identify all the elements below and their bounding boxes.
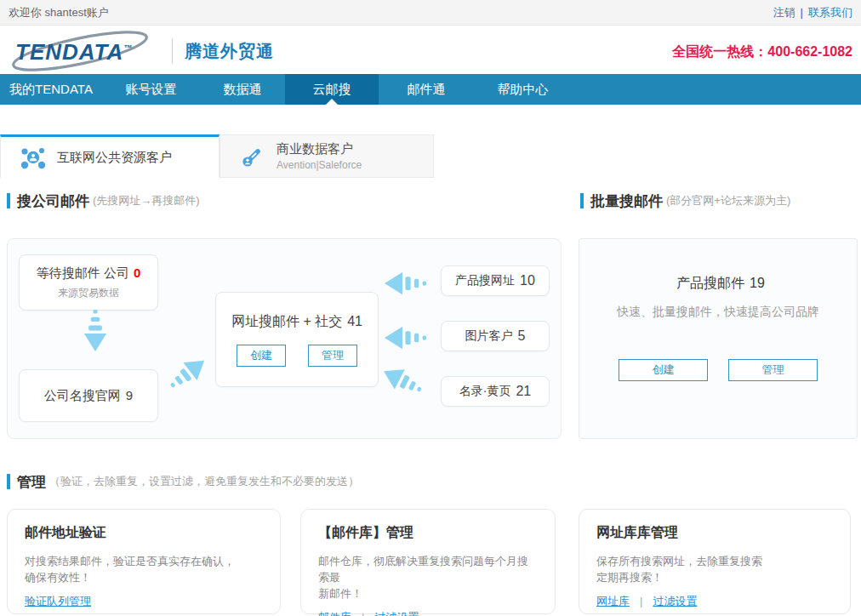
- company-label: 公司名搜官网: [44, 388, 121, 402]
- tendata-logo-mark: TENDATA™: [9, 31, 160, 71]
- flow-arrow-left-icon: [385, 269, 432, 298]
- email-library-desc-line1: 邮件仓库，彻底解决重复搜索问题每个月搜索最: [318, 553, 538, 585]
- tab-business-data[interactable]: 商业数据客户 Avention|Saleforce: [220, 134, 434, 178]
- contact-us-link[interactable]: 联系我们: [808, 5, 852, 20]
- tab-business-label: 商业数据客户: [277, 141, 362, 157]
- email-library-desc-line2: 新邮件！: [318, 585, 538, 602]
- trademark-symbol: ™: [123, 43, 133, 53]
- url-library-desc-line2: 定期再搜索！: [596, 569, 833, 585]
- waiting-count: 0: [134, 265, 140, 280]
- center-manage-button[interactable]: 管理: [308, 345, 357, 367]
- batch-section-heading: 批量搜邮件 (部分官网+论坛来源为主): [580, 192, 790, 209]
- page: 欢迎你 shantest账户 注销 | 联系我们 TENDATA™ 腾道外贸通 …: [0, 0, 861, 616]
- header: TENDATA™ 腾道外贸通 全国统一热线：400-662-1082: [0, 26, 861, 74]
- email-library-link[interactable]: 邮件库: [318, 611, 351, 616]
- flow-arrow-left-icon: [385, 323, 432, 352]
- manage-section-subtitle: （验证，去除重复，设置过滤，避免重复发生和不必要的发送）: [49, 474, 359, 489]
- batch-section-title: 批量搜邮件: [590, 191, 663, 211]
- email-verify-title: 邮件地址验证: [25, 524, 263, 542]
- nav-item-data-tong[interactable]: 数据通: [200, 74, 285, 105]
- search-section-title: 搜公司邮件: [17, 191, 89, 211]
- image-customers-count: 5: [518, 328, 526, 344]
- directory-yellowpages-box[interactable]: 名录·黄页 21: [441, 376, 550, 407]
- email-verify-desc-line1: 对搜索结果邮件，验证是否真实存在确认，: [25, 553, 263, 569]
- logo-text: TENDATA™: [15, 39, 133, 66]
- batch-manage-button[interactable]: 管理: [728, 359, 818, 381]
- heading-accent-bar: [7, 193, 10, 208]
- image-customers-box[interactable]: 图片客户 5: [441, 321, 550, 351]
- directory-yellowpages-count: 21: [516, 384, 531, 399]
- welcome-text: 欢迎你 shantest账户: [9, 5, 109, 20]
- nav-item-help-center[interactable]: 帮助中心: [474, 74, 572, 105]
- logo-divider: [172, 38, 173, 64]
- center-label: 网址搜邮件 + 社交: [231, 314, 342, 328]
- email-library-card: 【邮件库】管理 邮件仓库，彻底解决重复搜索问题每个月搜索最 新邮件！ 邮件库|过…: [300, 509, 556, 614]
- website-search-email-box: 网址搜邮件 + 社交41 创建 管理: [215, 292, 379, 387]
- directory-yellowpages-label: 名录·黄页: [459, 384, 511, 399]
- email-verify-desc-line2: 确保有效性！: [25, 569, 263, 585]
- link-user-icon: [239, 143, 266, 170]
- search-section-subtitle: (先搜网址→再搜邮件): [93, 193, 200, 208]
- url-library-card: 网址库库管理 保存所有搜索网址，去除重复搜索 定期再搜索！ 网址库|过滤设置: [579, 509, 851, 614]
- topbar-separator: |: [801, 6, 803, 19]
- company-count: 9: [126, 388, 133, 402]
- batch-create-button[interactable]: 创建: [619, 359, 708, 381]
- flow-arrow-down-icon: [81, 304, 110, 351]
- url-library-title: 网址库库管理: [596, 524, 833, 542]
- tab-internet-public-resources[interactable]: 互联网公共资源客户: [0, 134, 220, 178]
- heading-accent-bar: [580, 193, 584, 208]
- waiting-companies-box[interactable]: 等待搜邮件 公司0 来源贸易数据: [19, 254, 158, 311]
- nav-item-account-settings[interactable]: 账号设置: [102, 74, 200, 105]
- batch-section-subtitle: (部分官网+论坛来源为主): [666, 193, 790, 208]
- center-create-button[interactable]: 创建: [237, 345, 286, 367]
- batch-search-panel: 产品搜邮件19 快速、批量搜邮件，快速提高公司品牌 创建 管理: [579, 238, 858, 439]
- filter-settings-link[interactable]: 过滤设置: [653, 595, 697, 607]
- verify-queue-manage-link[interactable]: 验证队列管理: [25, 595, 91, 607]
- waiting-source: 来源贸易数据: [58, 286, 119, 300]
- nav-item-my-tendata[interactable]: 我的TENDATA: [0, 74, 102, 105]
- hotline-number: 全国统一热线：400-662-1082: [672, 43, 852, 61]
- logout-link[interactable]: 注销: [773, 5, 795, 20]
- main-nav: 我的TENDATA 账号设置 数据通 云邮搜 邮件通 帮助中心: [0, 74, 861, 105]
- url-library-link[interactable]: 网址库: [596, 595, 630, 607]
- link-separator: |: [362, 611, 364, 616]
- search-section-heading: 搜公司邮件 (先搜网址→再搜邮件): [7, 192, 200, 209]
- link-separator: |: [640, 595, 642, 607]
- brand-name: 腾道外贸通: [185, 40, 274, 63]
- tab-internet-label: 互联网公共资源客户: [57, 150, 172, 166]
- product-search-website-box[interactable]: 产品搜网址 10: [441, 265, 550, 296]
- email-library-title: 【邮件库】管理: [318, 524, 538, 542]
- tab-business-sublabel: Avention|Saleforce: [277, 159, 362, 171]
- logo[interactable]: TENDATA™ 腾道外贸通: [9, 31, 274, 71]
- batch-card-title: 产品搜邮件: [676, 276, 744, 290]
- manage-section-title: 管理: [17, 472, 46, 492]
- network-users-icon: [20, 144, 47, 171]
- top-bar: 欢迎你 shantest账户 注销 | 联系我们: [0, 0, 861, 26]
- nav-item-mail-tong[interactable]: 邮件通: [379, 74, 474, 105]
- waiting-label: 等待搜邮件 公司: [37, 265, 129, 280]
- email-verify-card: 邮件地址验证 对搜索结果邮件，验证是否真实存在确认， 确保有效性！ 验证队列管理: [7, 509, 281, 614]
- product-search-count: 10: [520, 273, 535, 288]
- manage-section-heading: 管理 （验证，去除重复，设置过滤，避免重复发生和不必要的发送）: [7, 473, 359, 490]
- center-count: 41: [347, 314, 362, 328]
- topbar-links: 注销 | 联系我们: [773, 5, 852, 20]
- filter-settings-link[interactable]: 过滤设置: [374, 611, 419, 616]
- heading-accent-bar: [7, 474, 10, 489]
- batch-card-desc: 快速、批量搜邮件，快速提高公司品牌: [617, 305, 819, 320]
- company-search-website-box[interactable]: 公司名搜官网9: [19, 369, 158, 422]
- image-customers-label: 图片客户: [465, 328, 513, 344]
- product-search-label: 产品搜网址: [455, 273, 515, 288]
- nav-item-cloud-mail-search[interactable]: 云邮搜: [285, 74, 379, 105]
- url-library-desc-line1: 保存所有搜索网址，去除重复搜索: [596, 553, 833, 569]
- batch-card-count: 19: [750, 276, 765, 290]
